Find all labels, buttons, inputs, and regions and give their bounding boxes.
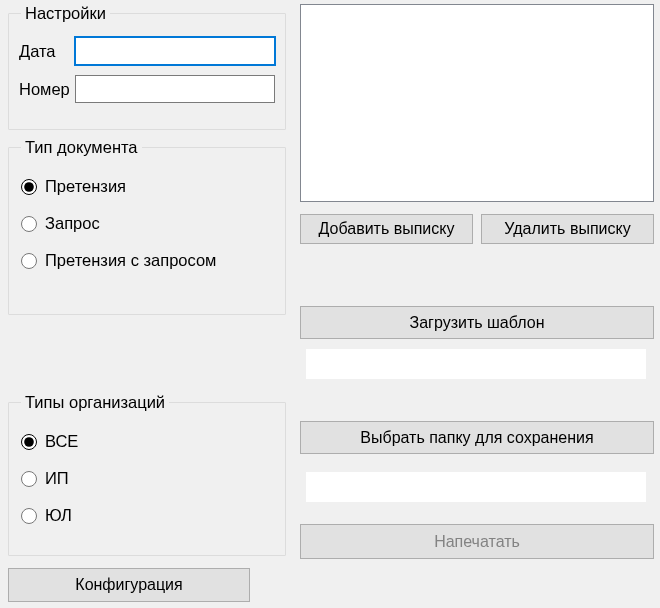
template-path-display <box>306 349 646 379</box>
doctype-option-claim-request[interactable]: Претензия с запросом <box>21 251 275 270</box>
right-column: Добавить выписку Удалить выписку Загрузи… <box>300 4 654 602</box>
left-column: Настройки Дата Номер Тип документа Прете… <box>8 4 286 602</box>
doctype-option-claim[interactable]: Претензия <box>21 177 275 196</box>
date-input[interactable] <box>75 37 275 65</box>
doctype-radio-claim[interactable] <box>21 179 37 195</box>
add-extract-button[interactable]: Добавить выписку <box>300 214 473 244</box>
doctype-label-request: Запрос <box>45 214 100 233</box>
date-label: Дата <box>19 42 75 61</box>
folder-path-display <box>306 472 646 502</box>
orgtype-legend: Типы организаций <box>21 393 169 412</box>
date-row: Дата <box>19 37 275 65</box>
doctype-label-claim: Претензия <box>45 177 126 196</box>
orgtype-label-all: ВСЕ <box>45 432 78 451</box>
number-row: Номер <box>19 75 275 103</box>
print-button: Напечатать <box>300 524 654 559</box>
doctype-option-request[interactable]: Запрос <box>21 214 275 233</box>
config-button[interactable]: Конфигурация <box>8 568 250 602</box>
orgtype-group: Типы организаций ВСЕ ИП ЮЛ <box>8 393 286 556</box>
orgtype-label-ul: ЮЛ <box>45 506 72 525</box>
remove-extract-button[interactable]: Удалить выписку <box>481 214 654 244</box>
doctype-legend: Тип документа <box>21 138 142 157</box>
app-root: Настройки Дата Номер Тип документа Прете… <box>0 0 660 608</box>
orgtype-radio-ul[interactable] <box>21 508 37 524</box>
number-input[interactable] <box>75 75 275 103</box>
settings-legend: Настройки <box>21 4 110 23</box>
extracts-listbox[interactable] <box>300 4 654 202</box>
orgtype-label-ip: ИП <box>45 469 69 488</box>
orgtype-option-all[interactable]: ВСЕ <box>21 432 275 451</box>
orgtype-radio-ip[interactable] <box>21 471 37 487</box>
settings-group: Настройки Дата Номер <box>8 4 286 130</box>
orgtype-option-ul[interactable]: ЮЛ <box>21 506 275 525</box>
doctype-label-claim-request: Претензия с запросом <box>45 251 216 270</box>
extract-buttons-row: Добавить выписку Удалить выписку <box>300 214 654 244</box>
orgtype-radio-all[interactable] <box>21 434 37 450</box>
orgtype-option-ip[interactable]: ИП <box>21 469 275 488</box>
doctype-radio-claim-request[interactable] <box>21 253 37 269</box>
doctype-radio-request[interactable] <box>21 216 37 232</box>
choose-folder-button[interactable]: Выбрать папку для сохранения <box>300 421 654 454</box>
number-label: Номер <box>19 80 75 99</box>
load-template-button[interactable]: Загрузить шаблон <box>300 306 654 339</box>
doctype-group: Тип документа Претензия Запрос Претензия… <box>8 138 286 315</box>
